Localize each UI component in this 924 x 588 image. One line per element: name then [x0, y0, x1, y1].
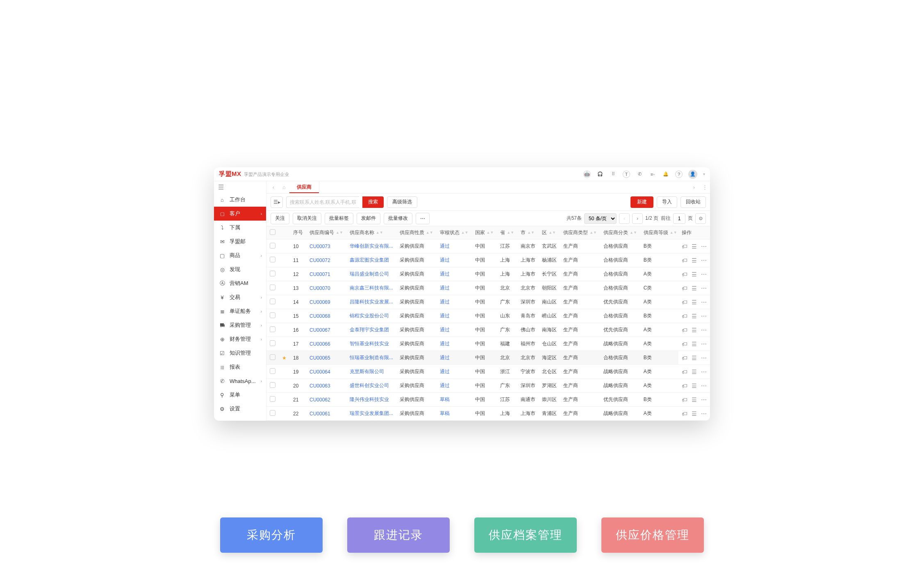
- cell-supplier-id[interactable]: CU00063: [310, 383, 330, 389]
- more-icon[interactable]: ⋯: [701, 271, 707, 278]
- chevron-down-icon[interactable]: ▾: [703, 172, 705, 176]
- more-icon[interactable]: ⋯: [701, 397, 707, 403]
- table-settings-icon[interactable]: ⚙: [695, 213, 706, 224]
- detail-icon[interactable]: ☰: [692, 383, 697, 389]
- adv-filter-button[interactable]: 高级筛选: [387, 196, 417, 208]
- row-checkbox[interactable]: [270, 257, 275, 262]
- currency-icon[interactable]: T: [623, 171, 630, 178]
- col-district[interactable]: 区▲▼: [539, 226, 560, 239]
- row-checkbox[interactable]: [270, 340, 275, 346]
- cell-supplier-id[interactable]: CU00072: [310, 258, 330, 263]
- more-icon[interactable]: ⋯: [701, 355, 707, 361]
- table-row[interactable]: 20CU00063盛世科创实业公司采购供应商通过中国广东深圳市罗湖区生产商战略供…: [266, 379, 710, 393]
- cell-supplier-id[interactable]: CU00068: [310, 313, 330, 319]
- detail-icon[interactable]: ☰: [692, 369, 697, 375]
- more-icon[interactable]: ⋯: [701, 369, 707, 375]
- detail-icon[interactable]: ☰: [692, 271, 697, 278]
- cell-supplier-name[interactable]: 克里斯有限公司: [350, 369, 384, 374]
- cell-audit[interactable]: 通过: [440, 257, 450, 263]
- table-row[interactable]: 13CU00070南京鑫三科技有限...采购供应商通过中国北京北京市朝阳区生产商…: [266, 281, 710, 295]
- table-row[interactable]: 16CU00067金泰翔宇实业集团采购供应商通过中国广东佛山市南海区生产商优先供…: [266, 323, 710, 337]
- row-checkbox[interactable]: [270, 326, 275, 332]
- table-row[interactable]: 10CU00073华峰创新实业有限...采购供应商通过中国江苏南京市玄武区生产商…: [266, 239, 710, 253]
- cell-audit[interactable]: 通过: [440, 327, 450, 333]
- sidebar-item-8[interactable]: ≣单证船务›: [214, 304, 266, 318]
- tag-icon[interactable]: 🏷: [682, 257, 687, 264]
- detail-icon[interactable]: ☰: [692, 341, 697, 347]
- cell-supplier-id[interactable]: CU00062: [310, 397, 330, 403]
- table-row[interactable]: 14CU00069昌隆科技实业发展...采购供应商通过中国广东深圳市南山区生产商…: [266, 295, 710, 309]
- tag-icon[interactable]: 🏷: [682, 341, 687, 347]
- tag-icon[interactable]: 🏷: [682, 327, 687, 333]
- cell-audit[interactable]: 通过: [440, 341, 450, 346]
- cell-supplier-name[interactable]: 金泰翔宇实业集团: [350, 327, 389, 333]
- col-supplier-name[interactable]: 供应商名称▲▼: [346, 226, 396, 239]
- tab-more-icon[interactable]: ⋮: [699, 181, 710, 193]
- cell-supplier-id[interactable]: CU00069: [310, 299, 330, 305]
- tag-icon[interactable]: 🏷: [682, 285, 687, 292]
- table-row[interactable]: 11CU00072鑫源宏图实业集团采购供应商通过中国上海上海市杨浦区生产商合格供…: [266, 253, 710, 267]
- sidebar-item-14[interactable]: ⚲菜单: [214, 388, 266, 402]
- tag-icon[interactable]: 🏷: [682, 271, 687, 278]
- cell-supplier-name[interactable]: 恒瑞基业制造有限...: [350, 355, 393, 360]
- col-supplier-id[interactable]: 供应商编号▲▼: [306, 226, 346, 239]
- cell-audit[interactable]: 通过: [440, 285, 450, 291]
- whatsapp-icon[interactable]: ✆: [636, 171, 643, 178]
- tag-icon[interactable]: 🏷: [682, 397, 687, 403]
- sidebar-item-9[interactable]: ⛟采购管理›: [214, 318, 266, 332]
- pager-goto-input[interactable]: [673, 213, 685, 224]
- cell-supplier-name[interactable]: 瑞景实业发展集团...: [350, 410, 393, 416]
- more-icon[interactable]: ⋯: [701, 243, 707, 250]
- table-row[interactable]: 22CU00061瑞景实业发展集团...采购供应商草稿中国上海上海市青浦区生产商…: [266, 407, 710, 421]
- pager-page-size[interactable]: 50 条/页: [584, 213, 617, 224]
- pager-prev-button[interactable]: ‹: [619, 213, 630, 224]
- cell-supplier-name[interactable]: 华峰创新实业有限...: [350, 243, 393, 249]
- sidebar-item-15[interactable]: ⚙设置: [214, 402, 266, 416]
- cell-supplier-id[interactable]: CU00073: [310, 244, 330, 249]
- sidebar-item-13[interactable]: ✆WhatsAp...›: [214, 374, 266, 388]
- help-icon[interactable]: ?: [675, 171, 683, 178]
- row-checkbox[interactable]: [270, 243, 275, 248]
- pager-next-button[interactable]: ›: [632, 213, 643, 224]
- col-city[interactable]: 市▲▼: [517, 226, 539, 239]
- sidebar-item-12[interactable]: ⫼报表: [214, 360, 266, 374]
- cell-audit[interactable]: 草稿: [440, 397, 450, 402]
- more-icon[interactable]: ⋯: [701, 410, 707, 417]
- more-icon[interactable]: ⋯: [701, 313, 707, 319]
- detail-icon[interactable]: ☰: [692, 327, 697, 333]
- row-checkbox[interactable]: [270, 299, 275, 304]
- cell-supplier-name[interactable]: 锦程实业股份公司: [350, 313, 389, 319]
- tag-icon[interactable]: 🏷: [682, 313, 687, 319]
- sidebar-item-5[interactable]: ◎发现: [214, 262, 266, 276]
- detail-icon[interactable]: ☰: [692, 257, 697, 264]
- table-row[interactable]: 15CU00068锦程实业股份公司采购供应商通过中国山东青岛市崂山区生产商合格供…: [266, 309, 710, 323]
- row-checkbox[interactable]: [270, 312, 275, 318]
- action-button-4[interactable]: 批量修改: [384, 213, 412, 224]
- apps-grid-icon[interactable]: ⠿: [610, 171, 617, 178]
- row-checkbox[interactable]: [270, 285, 275, 290]
- col-category[interactable]: 供应商分类▲▼: [600, 226, 640, 239]
- cell-audit[interactable]: 通过: [440, 313, 450, 319]
- cell-supplier-name[interactable]: 瑞昌盛业制造公司: [350, 271, 389, 277]
- detail-icon[interactable]: ☰: [692, 243, 697, 250]
- action-button-3[interactable]: 发邮件: [357, 213, 380, 224]
- cell-supplier-name[interactable]: 盛世科创实业公司: [350, 383, 389, 388]
- table-row[interactable]: 21CU00062隆兴伟业科技实业采购供应商草稿中国江苏南通市崇川区生产商优先供…: [266, 393, 710, 407]
- cell-supplier-name[interactable]: 隆兴伟业科技实业: [350, 397, 389, 402]
- cell-supplier-name[interactable]: 昌隆科技实业发展...: [350, 299, 393, 305]
- sidebar-item-11[interactable]: ☑知识管理: [214, 346, 266, 360]
- import-button[interactable]: 导入: [657, 196, 677, 208]
- ai-bot-icon[interactable]: 🤖: [583, 171, 591, 178]
- more-actions-button[interactable]: ⋯: [416, 213, 430, 224]
- row-checkbox[interactable]: [270, 396, 275, 402]
- more-icon[interactable]: ⋯: [701, 257, 707, 264]
- tag-icon[interactable]: 🏷: [682, 410, 687, 417]
- row-checkbox[interactable]: [270, 271, 275, 276]
- more-icon[interactable]: ⋯: [701, 285, 707, 292]
- search-button[interactable]: 搜索: [362, 196, 384, 208]
- cell-supplier-name[interactable]: 南京鑫三科技有限...: [350, 285, 393, 291]
- col-province[interactable]: 省▲▼: [497, 226, 517, 239]
- col-checkbox[interactable]: [266, 226, 279, 239]
- action-button-2[interactable]: 批量标签: [325, 213, 353, 224]
- more-icon[interactable]: ⋯: [701, 299, 707, 305]
